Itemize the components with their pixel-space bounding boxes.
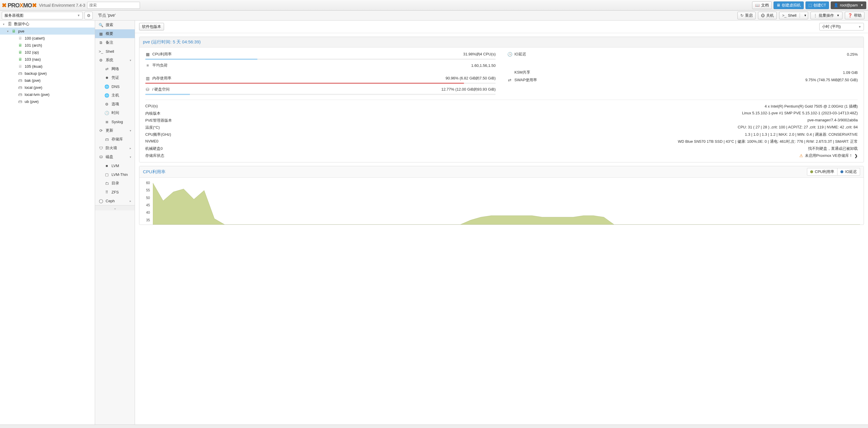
logo: ✖ PROXMO✖	[2, 2, 37, 9]
reboot-label: 重启	[745, 13, 753, 18]
cube-icon: ⬚	[808, 3, 812, 7]
bulk-actions-button[interactable]: ⋮ 批量操作 ▼	[810, 12, 842, 19]
view-row: 服务器视图 ▼ ⚙ 节点 'pve' ↻ 重启 ⏻ 关机 >_ Shell ▼ …	[0, 10, 868, 21]
help-label: 帮助	[854, 13, 862, 18]
book-icon: 📖	[755, 3, 760, 7]
chevron-down-icon: ▼	[860, 3, 863, 7]
terminal-icon: >_	[782, 13, 786, 18]
chevron-down-icon: ▼	[837, 14, 840, 17]
logo-x-left-icon: ✖	[2, 2, 6, 9]
create-vm-label: 创建虚拟机	[782, 3, 801, 8]
top-bar: ✖ PROXMO✖ Virtual Environment 7.4-3 📖 文档…	[0, 0, 868, 10]
version-label: Virtual Environment 7.4-3	[39, 3, 85, 8]
shutdown-label: 关机	[766, 13, 774, 18]
create-ct-label: 创建CT	[813, 3, 826, 8]
bulk-label: 批量操作	[819, 13, 834, 18]
top-search-input[interactable]	[87, 2, 140, 9]
shutdown-button[interactable]: ⏻ 关机	[758, 12, 777, 19]
tree-settings-button[interactable]: ⚙	[85, 12, 93, 19]
docs-button[interactable]: 📖 文档	[752, 1, 772, 9]
user-label: root@pam	[840, 3, 858, 7]
node-toolbar: ↻ 重启 ⏻ 关机 >_ Shell ▼ ⋮ 批量操作 ▼ ❓ 帮助	[737, 12, 866, 19]
user-icon: 👤	[834, 3, 838, 7]
logo-x-right-icon: ✖	[32, 2, 37, 8]
logo-text-x: X	[19, 2, 23, 8]
ellipsis-v-icon: ⋮	[813, 13, 817, 18]
breadcrumb: 节点 'pve'	[94, 13, 736, 18]
reboot-button[interactable]: ↻ 重启	[737, 12, 755, 19]
power-icon: ⏻	[761, 13, 765, 18]
user-menu-button[interactable]: 👤 root@pam ▼	[831, 1, 866, 9]
gear-icon: ⚙	[87, 13, 91, 18]
logo-text-mo: MO	[23, 2, 32, 8]
create-vm-button[interactable]: 🖥 创建虚拟机	[774, 1, 804, 9]
undo-icon: ↻	[740, 13, 744, 18]
chevron-down-icon: ▼	[804, 14, 807, 17]
top-search-wrap	[87, 2, 140, 9]
help-button[interactable]: ❓ 帮助	[845, 12, 865, 19]
create-ct-button[interactable]: ⬚ 创建CT	[806, 1, 829, 9]
chevron-down-icon: ▼	[77, 14, 80, 17]
docs-label: 文档	[761, 3, 769, 8]
shell-label: Shell	[788, 13, 797, 18]
question-icon: ❓	[848, 13, 852, 18]
desktop-icon: 🖥	[776, 3, 780, 7]
view-selector-label: 服务器视图	[4, 13, 24, 18]
shell-button[interactable]: >_ Shell ▼	[779, 12, 808, 19]
view-selector-combo[interactable]: 服务器视图 ▼	[2, 12, 83, 19]
logo-text-pro: PRO	[8, 2, 19, 8]
